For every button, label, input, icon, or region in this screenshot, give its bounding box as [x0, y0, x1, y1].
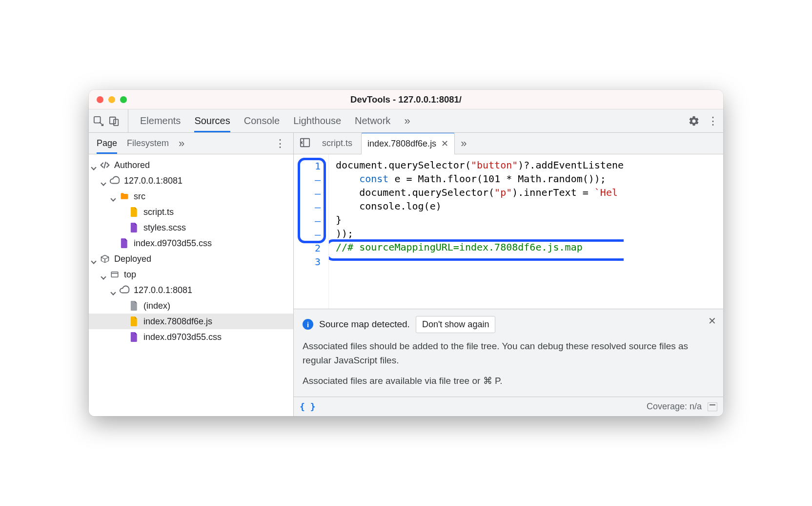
gutter-line: 3 — [294, 255, 328, 269]
tree-label: 127.0.0.1:8081 — [134, 285, 192, 295]
tab-sources[interactable]: Sources — [194, 109, 230, 132]
titlebar: DevTools - 127.0.0.1:8081/ — [89, 90, 723, 109]
devtools-window: DevTools - 127.0.0.1:8081/ Elements Sour… — [89, 90, 723, 416]
tree-label: src — [134, 191, 145, 202]
tree-file-index-js[interactable]: index.7808df6e.js — [89, 314, 293, 329]
tree-folder-src[interactable]: src — [89, 189, 293, 204]
tree-label: top — [124, 270, 136, 280]
tree-file-script-ts[interactable]: script.ts — [89, 204, 293, 220]
main-toolbar: Elements Sources Console Lighthouse Netw… — [89, 109, 723, 133]
coverage-label: Coverage: n/a — [647, 401, 702, 412]
tree-host-authored[interactable]: 127.0.0.1:8081 — [89, 173, 293, 189]
infobar-close-icon[interactable]: ✕ — [708, 315, 716, 327]
tree-label: styles.scss — [143, 223, 186, 233]
code-content[interactable]: document.querySelector("button")?.addEve… — [329, 154, 624, 309]
tree-group-deployed[interactable]: Deployed — [89, 251, 293, 267]
navigator-sidebar: Page Filesystem » ⋮ Authored — [89, 133, 294, 416]
file-tab-script-ts[interactable]: script.ts — [316, 133, 358, 154]
tree-label: Authored — [114, 160, 150, 170]
toggle-navigator-icon[interactable] — [297, 137, 313, 150]
editor-area: script.ts index.7808df6e.js ✕ » 1 – – – … — [294, 133, 723, 416]
sidebar-tab-filesystem[interactable]: Filesystem — [127, 133, 169, 154]
tabs-overflow-icon[interactable]: » — [404, 109, 410, 132]
tab-console[interactable]: Console — [244, 109, 280, 132]
tree-label: 127.0.0.1:8081 — [124, 176, 183, 186]
code-line: } — [336, 214, 624, 228]
code-line: document.querySelector("p").innerText = … — [336, 187, 624, 200]
document-file-icon — [129, 300, 140, 311]
inspect-element-icon[interactable] — [93, 115, 104, 127]
tree-label: script.ts — [143, 207, 174, 217]
window-controls — [97, 96, 127, 103]
infobar-title: Source map detected. — [319, 319, 410, 330]
tree-file-index-css[interactable]: index.d9703d55.css — [89, 329, 293, 345]
minimize-window-button[interactable] — [108, 96, 115, 103]
device-toggle-icon[interactable] — [108, 115, 120, 127]
style-file-icon — [129, 332, 140, 342]
cloud-icon — [119, 285, 130, 295]
sidebar-tabstrip: Page Filesystem » ⋮ — [89, 133, 293, 154]
editor-footer: { } Coverage: n/a — [294, 397, 723, 416]
file-tree: Authored 127.0.0.1:8081 src — [89, 154, 293, 416]
tree-host-deployed[interactable]: 127.0.0.1:8081 — [89, 282, 293, 298]
file-tabstrip: script.ts index.7808df6e.js ✕ » — [294, 133, 723, 154]
tree-file-authored-css[interactable]: index.d9703d55.css — [89, 235, 293, 251]
tab-elements[interactable]: Elements — [140, 109, 181, 132]
tree-group-authored[interactable]: Authored — [89, 157, 293, 173]
gutter-highlight — [298, 158, 326, 243]
script-file-icon — [129, 207, 140, 217]
sidebar-kebab-icon[interactable]: ⋮ — [275, 137, 286, 150]
tree-label: (index) — [143, 301, 170, 311]
pretty-print-button[interactable]: { } — [300, 401, 316, 412]
close-window-button[interactable] — [97, 96, 103, 103]
file-tab-label: index.7808df6e.js — [367, 139, 436, 149]
file-tabs-overflow-icon[interactable]: » — [458, 133, 469, 154]
svg-rect-1 — [110, 117, 116, 124]
infobar-text: Associated files are available via file … — [303, 374, 714, 388]
tab-network[interactable]: Network — [355, 109, 390, 132]
tab-lighthouse[interactable]: Lighthouse — [293, 109, 341, 132]
info-icon: i — [303, 319, 313, 330]
code-line: document.querySelector("button")?.addEve… — [336, 159, 624, 173]
code-line: const e = Math.floor(101 * Math.random()… — [336, 173, 624, 187]
package-icon — [100, 253, 110, 264]
code-editor[interactable]: 1 – – – – – 2 3 document.querySelector("… — [294, 154, 723, 309]
zoom-window-button[interactable] — [120, 96, 127, 103]
svg-rect-0 — [94, 116, 101, 123]
code-line: console.log(e) — [336, 200, 624, 214]
cloud-icon — [109, 175, 120, 186]
code-highlight — [329, 239, 624, 261]
style-file-icon — [129, 222, 140, 233]
tree-file-styles-scss[interactable]: styles.scss — [89, 220, 293, 235]
gutter-line: 2 — [294, 241, 328, 255]
tree-label: Deployed — [114, 254, 151, 264]
tree-label: index.7808df6e.js — [143, 316, 212, 327]
dont-show-again-button[interactable]: Don't show again — [416, 316, 496, 333]
close-tab-icon[interactable]: ✕ — [441, 138, 448, 149]
code-icon — [100, 160, 110, 170]
style-file-icon — [119, 238, 130, 249]
infobar-text: Associated files should be added to the … — [303, 339, 714, 368]
settings-gear-icon[interactable] — [688, 115, 700, 127]
tree-label: index.d9703d55.css — [143, 332, 222, 342]
frame-icon — [109, 269, 120, 280]
source-map-infobar: ✕ i Source map detected. Don't show agai… — [294, 309, 723, 397]
sidebar-tabs-overflow-icon[interactable]: » — [179, 133, 184, 154]
tree-frame-top[interactable]: top — [89, 267, 293, 282]
svg-rect-3 — [111, 272, 118, 277]
file-tab-index-js[interactable]: index.7808df6e.js ✕ — [361, 133, 455, 154]
tree-file-index[interactable]: (index) — [89, 298, 293, 314]
script-file-icon — [129, 316, 140, 327]
file-tab-label: script.ts — [322, 138, 352, 148]
gutter[interactable]: 1 – – – – – 2 3 — [294, 154, 329, 309]
window-title: DevTools - 127.0.0.1:8081/ — [89, 94, 723, 105]
folder-icon — [119, 191, 130, 202]
sidebar-tab-page[interactable]: Page — [97, 133, 117, 154]
show-drawer-icon[interactable] — [708, 402, 717, 411]
tree-label: index.d9703d55.css — [134, 238, 212, 249]
kebab-menu-icon[interactable]: ⋮ — [708, 115, 719, 127]
